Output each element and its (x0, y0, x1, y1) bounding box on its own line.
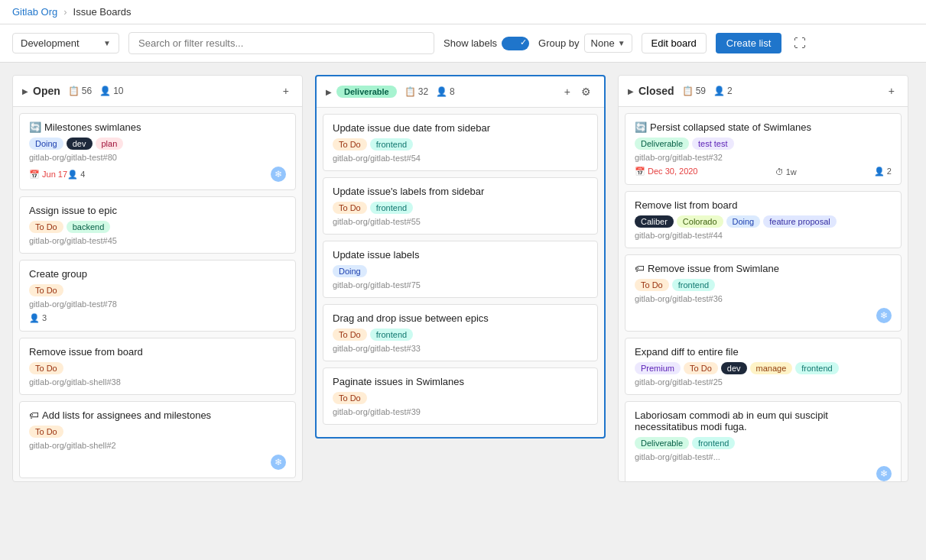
issue-count-badge: 📋 32 (405, 86, 428, 97)
card-tags: To Do (29, 362, 286, 374)
tag: test test (692, 138, 734, 150)
card[interactable]: Update issue due date from sidebarTo Dof… (323, 114, 598, 171)
card-title: Laboriosam commodi ab in eum qui suscipi… (635, 409, 892, 432)
card[interactable]: 🏷Remove issue from SwimlaneTo Dofrontend… (625, 254, 902, 332)
tag: dev (67, 138, 93, 150)
card[interactable]: Remove list from boardCaliberColoradoDoi… (625, 191, 902, 248)
card-title: 🏷Add lists for assignees and milestones (29, 409, 286, 421)
tag: Doing (726, 215, 761, 228)
breadcrumb-current: Issue Boards (73, 6, 132, 18)
top-bar: Gitlab Org › Issue Boards (0, 0, 926, 24)
card[interactable]: 🔄Milestones swimlanesDoingdevplangitlab-… (19, 113, 296, 190)
column-deliverable: ▶Deliverable📋 32👤 8+⚙Update issue due da… (315, 75, 606, 439)
issue-count-badge: 📋 59 (682, 86, 706, 96)
card-id: gitlab-org/gitlab-test#39 (333, 407, 588, 416)
column-closed: ▶Closed📋 59👤 2+🔄Persist collapsed state … (618, 75, 908, 482)
chevron-icon[interactable]: ▶ (628, 87, 634, 95)
card-tags: To Dofrontend (333, 202, 588, 214)
tag: frontend (795, 362, 838, 374)
card-footer: 👤 3 (29, 313, 286, 323)
column-header-deliverable: ▶Deliverable📋 32👤 8+⚙ (317, 76, 604, 108)
card-tags: To Dofrontend (333, 329, 588, 341)
card[interactable]: Create groupTo Dogitlab-org/gitlab-test#… (19, 260, 296, 332)
tag: To Do (684, 362, 718, 374)
column-title: Closed (638, 85, 674, 97)
issue-count-badge: 📋 56 (68, 86, 92, 96)
card[interactable]: Laboriosam commodi ab in eum qui suscipi… (625, 401, 902, 481)
column-actions: + (279, 83, 293, 99)
card-title: Create group (29, 268, 286, 280)
card[interactable]: Expand diff to entire filePremiumTo Dode… (625, 338, 902, 395)
card-id: gitlab-org/gitlab-test#54 (333, 154, 588, 163)
edit-board-button[interactable]: Edit board (642, 33, 707, 53)
show-labels-toggle[interactable] (502, 37, 529, 50)
card[interactable]: Paginate issues in SwimlanesTo Dogitlab-… (323, 367, 598, 425)
group-by-control: Group by None ▼ (538, 34, 632, 53)
board-selector[interactable]: Development ▼ (12, 33, 119, 53)
card-id: gitlab-org/gitlab-test#45 (29, 236, 286, 245)
breadcrumb-separator: › (63, 6, 67, 18)
chevron-down-icon: ▼ (618, 39, 625, 47)
search-input[interactable] (128, 32, 434, 54)
column-open: ▶Open📋 56👤 10+🔄Milestones swimlanesDoing… (12, 75, 303, 482)
card-date: 📅 Dec 30, 2020 (635, 167, 698, 176)
card-footer: 📅 Dec 30, 2020⏱ 1w👤 2 (635, 167, 892, 176)
card-id: gitlab-org/gitlab-test#75 (333, 280, 588, 290)
tag: frontend (370, 329, 413, 341)
card-tags: To Do (29, 426, 286, 438)
card[interactable]: Update issue labelsDoinggitlab-org/gitla… (323, 241, 598, 298)
board-selector-label: Development (21, 37, 80, 49)
card-date: 📅 Jun 17 (29, 170, 67, 180)
card-title: 🔄Persist collapsed state of Swimlanes (635, 121, 892, 133)
chevron-icon[interactable]: ▶ (22, 87, 28, 95)
column-body-open: 🔄Milestones swimlanesDoingdevplangitlab-… (13, 107, 302, 481)
user-count-badge: 👤 2 (713, 86, 733, 96)
column-settings-button[interactable]: ⚙ (577, 84, 595, 99)
card-tags: Doing (333, 265, 588, 277)
breadcrumb-parent[interactable]: Gitlab Org (12, 6, 57, 18)
card-id: gitlab-org/gitlab-test#80 (29, 153, 286, 162)
tag: To Do (29, 221, 63, 233)
column-header-open: ▶Open📋 56👤 10+ (13, 76, 302, 107)
card-title: Update issue labels (333, 249, 588, 261)
tag: manage (750, 362, 793, 374)
expand-button[interactable]: ⛶ (791, 34, 809, 53)
column-actions: +⚙ (560, 84, 595, 99)
add-issue-button[interactable]: + (885, 83, 898, 99)
card[interactable]: Assign issue to epicTo Dobackendgitlab-o… (19, 196, 296, 254)
group-by-label: Group by (538, 37, 579, 49)
chevron-icon[interactable]: ▶ (326, 88, 332, 96)
card-footer: ❄ (635, 308, 892, 323)
column-actions: + (885, 83, 898, 99)
tag: Doing (333, 265, 367, 277)
card-icon: 🔄 (29, 121, 41, 133)
tag: Doing (29, 138, 63, 150)
add-issue-button[interactable]: + (279, 83, 293, 99)
card-icon: 🔄 (635, 121, 647, 133)
add-issue-button[interactable]: + (560, 84, 574, 99)
tag: To Do (29, 284, 63, 296)
tag: frontend (370, 202, 413, 214)
show-labels-control: Show labels (444, 37, 529, 50)
card-user-count: 👤 3 (29, 313, 47, 323)
card-id: gitlab-org/gitlab-test#55 (333, 217, 588, 226)
card[interactable]: 🏷Add lists for assignees and milestonesT… (19, 401, 296, 478)
create-list-button[interactable]: Create list (716, 33, 782, 53)
deliverable-badge: Deliverable (336, 86, 397, 98)
card-tags: To Do (29, 284, 286, 296)
column-header-closed: ▶Closed📋 59👤 2+ (619, 76, 908, 107)
card-id: gitlab-org/gitlab-shell#2 (29, 441, 286, 450)
card[interactable]: 🔄Persist collapsed state of SwimlanesDel… (625, 113, 902, 185)
tag: frontend (370, 138, 413, 151)
card-title: Update issue's labels from sidebar (333, 186, 588, 197)
card[interactable]: Drag and drop issue between epicsTo Dofr… (323, 304, 598, 361)
card[interactable]: Update issue's labels from sidebarTo Dof… (323, 177, 598, 235)
tag: dev (721, 362, 747, 374)
tag: frontend (692, 437, 735, 449)
card-id: gitlab-org/gitlab-shell#38 (29, 377, 286, 387)
card-tags: To Dobackend (29, 221, 286, 233)
chevron-down-icon: ▼ (103, 39, 111, 47)
card[interactable]: Remove issue from boardTo Dogitlab-org/g… (19, 338, 296, 395)
card-icon: 🏷 (635, 263, 645, 274)
group-by-select[interactable]: None ▼ (584, 34, 632, 53)
